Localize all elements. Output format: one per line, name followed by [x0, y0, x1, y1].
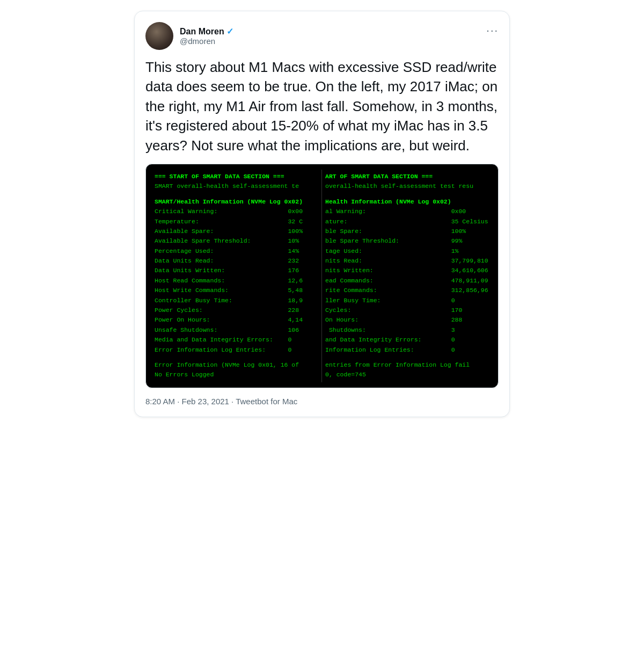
terminal-right-line-19: 0, code=745 [325, 370, 489, 380]
terminal-left-col: === START OF SMART DATA SECTION === SMAR… [151, 170, 322, 382]
terminal-left-line-4: Temperature: 32 C [155, 217, 318, 227]
terminal-left-line-1: SMART overall-health self-assessment te [155, 181, 318, 191]
display-name: Dan Moren ✓ [180, 26, 233, 37]
terminal-right-col: ART OF SMART DATA SECTION === overall-he… [322, 170, 493, 382]
terminal-left-spacer-2 [155, 355, 318, 360]
tweet-text: This story about M1 Macs with excessive … [145, 57, 499, 155]
terminal-left-line-10: Host Read Commands: 12,6 [155, 276, 318, 286]
username: @dmoren [180, 37, 233, 46]
terminal-left-line-7: Percentage Used: 14% [155, 246, 318, 256]
terminal-right-line-4: ature: 35 Celsius [325, 217, 489, 227]
terminal-left-line-15: Unsafe Shutdowns: 106 [155, 325, 318, 335]
terminal-right-line-10: ead Commands: 478,911,09 [325, 276, 489, 286]
more-options-button[interactable]: ··· [486, 24, 499, 37]
tweet-header: Dan Moren ✓ @dmoren ··· [145, 22, 499, 50]
terminal-right-line-1: overall-health self-assessment test resu [325, 181, 489, 191]
terminal-content: === START OF SMART DATA SECTION === SMAR… [146, 164, 498, 388]
tweet-timestamp: 8:20 AM · Feb 23, 2021 · Tweetbot for Ma… [145, 397, 297, 406]
terminal-left-line-13: Power Cycles: 228 [155, 305, 318, 315]
terminal-left-line-8: Data Units Read: 232 [155, 256, 318, 266]
terminal-right-line-18: entries from Error Information Log fail [325, 360, 489, 370]
terminal-right-line-12: ller Busy Time: 0 [325, 296, 489, 305]
terminal-right-line-3: al Warning: 0x00 [325, 207, 489, 216]
display-name-text: Dan Moren [180, 27, 224, 37]
terminal-right-line-5: ble Spare: 100% [325, 227, 489, 236]
terminal-left-line-16: Media and Data Integrity Errors: 0 [155, 335, 318, 345]
terminal-right-line-6: ble Spare Threshold: 99% [325, 236, 489, 246]
terminal-left-line-5: Available Spare: 100% [155, 227, 318, 236]
terminal-left-line-19: No Errors Logged [155, 370, 318, 380]
terminal-right-line-0: ART OF SMART DATA SECTION === [325, 172, 489, 181]
terminal-left-line-3: Critical Warning: 0x00 [155, 207, 318, 216]
tweet-footer: 8:20 AM · Feb 23, 2021 · Tweetbot for Ma… [145, 397, 499, 406]
terminal-left-line-9: Data Units Written: 176 [155, 266, 318, 275]
terminal-right-line-14: On Hours: 288 [325, 315, 489, 325]
terminal-left-line-11: Host Write Commands: 5,48 [155, 286, 318, 295]
terminal-right-line-15: Shutdowns: 3 [325, 325, 489, 335]
tweet-card: Dan Moren ✓ @dmoren ··· This story about… [134, 11, 510, 417]
terminal-right-spacer-1 [325, 192, 489, 197]
terminal-left-line-6: Available Spare Threshold: 10% [155, 236, 318, 246]
terminal-left-line-0: === START OF SMART DATA SECTION === [155, 172, 318, 181]
terminal-left-line-12: Controller Busy Time: 18,9 [155, 296, 318, 305]
terminal-screenshot: === START OF SMART DATA SECTION === SMAR… [145, 164, 499, 388]
terminal-right-line-17: Information Log Entries: 0 [325, 345, 489, 355]
terminal-right-line-13: Cycles: 170 [325, 305, 489, 315]
terminal-right-line-16: and Data Integrity Errors: 0 [325, 335, 489, 345]
terminal-left-line-14: Power On Hours: 4,14 [155, 315, 318, 325]
terminal-left-spacer-1 [155, 192, 318, 197]
terminal-right-line-7: tage Used: 1% [325, 246, 489, 256]
avatar [145, 22, 173, 50]
terminal-right-spacer-2 [325, 355, 489, 360]
terminal-right-line-11: rite Commands: 312,856,96 [325, 286, 489, 295]
terminal-left-line-18: Error Information (NVMe Log 0x01, 16 of [155, 360, 318, 370]
verified-icon: ✓ [226, 26, 233, 37]
terminal-right-line-2: Health Information (NVMe Log 0x02) [325, 197, 489, 207]
terminal-left-line-2: SMART/Health Information (NVMe Log 0x02) [155, 197, 318, 207]
terminal-right-line-8: nits Read: 37,799,810 [325, 256, 489, 266]
user-info: Dan Moren ✓ @dmoren [180, 26, 233, 46]
terminal-left-line-17: Error Information Log Entries: 0 [155, 345, 318, 355]
terminal-right-line-9: nits Written: 34,610,606 [325, 266, 489, 275]
tweet-header-left: Dan Moren ✓ @dmoren [145, 22, 233, 50]
